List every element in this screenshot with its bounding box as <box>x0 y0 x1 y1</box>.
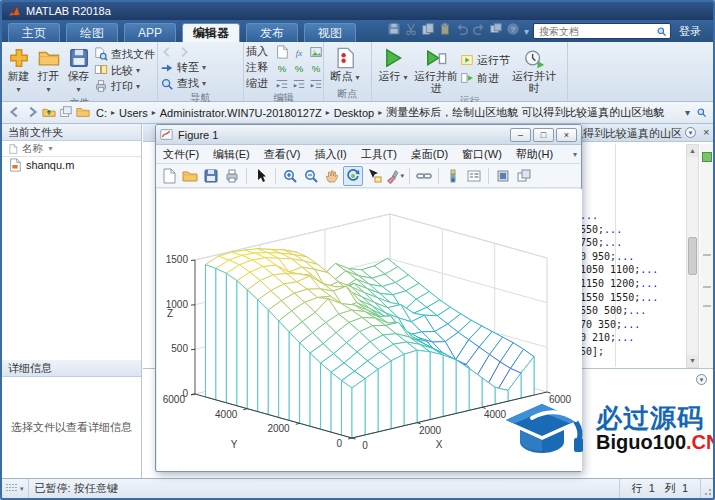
forward-icon[interactable] <box>25 105 39 121</box>
menu-工具(T)[interactable]: 工具(T) <box>354 147 404 162</box>
比较-button[interactable]: 比较▾ <box>94 63 155 78</box>
保存-button[interactable]: 保存 ▾ <box>64 44 93 96</box>
show-plot-tools-button[interactable] <box>514 166 534 186</box>
status-drag-handle[interactable]: ▾ <box>2 479 29 498</box>
folder-icon[interactable] <box>76 105 90 121</box>
cursor-icon <box>253 168 269 184</box>
print-figure-button[interactable] <box>222 166 242 186</box>
menu-窗口(W)[interactable]: 窗口(W) <box>455 147 509 162</box>
back-icon[interactable] <box>8 105 22 121</box>
insert-legend-button[interactable] <box>464 166 484 186</box>
插入-row[interactable]: 插入 <box>246 44 323 59</box>
注释-row[interactable]: 注释 <box>246 60 323 75</box>
runsec-icon <box>460 53 474 67</box>
breadcrumb-item[interactable]: Users <box>119 107 148 119</box>
rotate-icon <box>345 168 361 184</box>
运行并计时-button[interactable]: 运行并计时 <box>511 44 557 94</box>
minimize-button[interactable]: – <box>510 128 531 142</box>
hide-plot-tools-button[interactable] <box>493 166 513 186</box>
switch-windows-button[interactable] <box>489 22 503 40</box>
打开-button[interactable]: 打开 ▾ <box>34 44 63 96</box>
open-file-button[interactable] <box>180 166 200 186</box>
run-icon <box>382 47 404 69</box>
断点-button[interactable]: 断点 ▾ <box>326 44 364 87</box>
scroll-up-icon[interactable]: ▲ <box>687 145 698 157</box>
code-analyzer-ok-icon[interactable] <box>702 152 712 162</box>
lower-pane-actions-icon[interactable]: ▾ <box>696 374 707 385</box>
undo-button[interactable] <box>455 22 469 40</box>
运行并前进-button[interactable]: 运行并前进 <box>413 44 459 94</box>
help-button[interactable] <box>506 22 520 40</box>
打印-button[interactable]: 打印▾ <box>94 79 155 94</box>
cut-button[interactable] <box>404 22 418 40</box>
code-line: 0 210;... <box>580 331 686 345</box>
nav-arrows[interactable] <box>160 44 206 59</box>
goto-icon <box>160 61 174 75</box>
editor-code-area[interactable]: ...550;...750;...0 950;...1050 1100;...1… <box>580 209 686 359</box>
breadcrumb-item[interactable]: 测量坐标后，绘制山区地貌 可以得到比较逼真的山区地貌 <box>386 105 664 120</box>
paste-button[interactable] <box>438 22 452 40</box>
zoom-out-button[interactable] <box>301 166 321 186</box>
menu-插入(I)[interactable]: 插入(I) <box>307 147 353 162</box>
menu-帮助(H)[interactable]: 帮助(H) <box>509 147 560 162</box>
tab-视图[interactable]: 视图 <box>304 23 356 42</box>
new-figure-button[interactable] <box>159 166 179 186</box>
tab-主页[interactable]: 主页 <box>8 23 60 42</box>
brush-button[interactable]: ▾ <box>385 166 405 186</box>
resize-grip[interactable] <box>701 479 713 498</box>
menu-文件(F)[interactable]: 文件(F) <box>156 147 206 162</box>
link-plot-button[interactable] <box>414 166 434 186</box>
copy-button[interactable] <box>421 22 435 40</box>
缩进-row[interactable]: 缩进 <box>246 76 323 91</box>
查找文件-button[interactable]: 查找文件 <box>94 47 155 62</box>
address-search-icon[interactable] <box>696 107 707 118</box>
edit-pointer-button[interactable] <box>251 166 271 186</box>
zoom-in-button[interactable] <box>280 166 300 186</box>
code-line: 550;... <box>580 223 686 237</box>
转至-button[interactable]: 转至▾ <box>160 60 206 75</box>
scrollbar-thumb[interactable] <box>688 237 697 275</box>
name-column-header[interactable]: 名称 ▼ <box>2 141 141 157</box>
menu-桌面(D)[interactable]: 桌面(D) <box>404 147 455 162</box>
breadcrumb-item[interactable]: Administrator.WIN7U-20180127Z <box>160 107 322 119</box>
查找-button[interactable]: 查找▾ <box>160 76 206 91</box>
up-one-level-icon[interactable] <box>42 105 56 121</box>
tab-APP[interactable]: APP <box>124 23 176 42</box>
scroll-down-icon[interactable]: ▼ <box>687 355 698 367</box>
新建-button[interactable]: 新建 ▾ <box>4 44 33 96</box>
menu-查看(V)[interactable]: 查看(V) <box>257 147 308 162</box>
svg-text:Z: Z <box>167 308 173 319</box>
运行节-button[interactable]: 运行节 <box>460 53 510 68</box>
file-item-shanqu.m[interactable]: shanqu.m <box>2 157 141 173</box>
breadcrumb-item[interactable]: Desktop <box>334 107 374 119</box>
前进-button[interactable]: 前进 <box>460 71 510 86</box>
menu-overflow-icon[interactable]: ▾ <box>573 150 577 159</box>
editor-scrollbar[interactable]: ▲ ▼ <box>686 144 699 368</box>
tab-编辑器[interactable]: 编辑器 <box>182 23 240 42</box>
search-input[interactable] <box>537 25 656 38</box>
save-icon <box>387 22 401 36</box>
address-dropdown-icon[interactable]: ▾ <box>685 107 690 118</box>
save-figure-button[interactable] <box>201 166 221 186</box>
data-cursor-button[interactable] <box>364 166 384 186</box>
tab-绘图[interactable]: 绘图 <box>66 23 118 42</box>
insert-colorbar-button[interactable] <box>443 166 463 186</box>
figure-title-bar[interactable]: Figure 1 –□× <box>156 125 581 145</box>
close-button[interactable]: × <box>556 128 577 142</box>
rotate-3d-button[interactable] <box>343 166 363 186</box>
tab-发布[interactable]: 发布 <box>246 23 298 42</box>
ribbon-groups: 新建 ▾打开 ▾保存 ▾查找文件比较▾打印▾文件转至▾查找▾导航插入注释缩进编辑… <box>2 42 568 101</box>
运行-button[interactable]: 运行 ▾ <box>374 44 412 94</box>
redo-button[interactable] <box>472 22 486 40</box>
save-button[interactable] <box>387 22 401 40</box>
pan-button[interactable] <box>322 166 342 186</box>
restore-button[interactable]: □ <box>533 128 554 142</box>
editor-close-icon[interactable]: × <box>703 126 709 138</box>
breadcrumb-item[interactable]: C: <box>96 107 107 119</box>
sign-in-link[interactable]: 登录 <box>675 24 705 39</box>
qat-dropdown-icon[interactable]: ▾ <box>524 26 529 37</box>
menu-编辑(E)[interactable]: 编辑(E) <box>206 147 257 162</box>
stack-icon[interactable] <box>59 105 73 121</box>
editor-actions-icon[interactable]: ▾ <box>685 127 696 138</box>
search-icon[interactable] <box>656 26 667 37</box>
